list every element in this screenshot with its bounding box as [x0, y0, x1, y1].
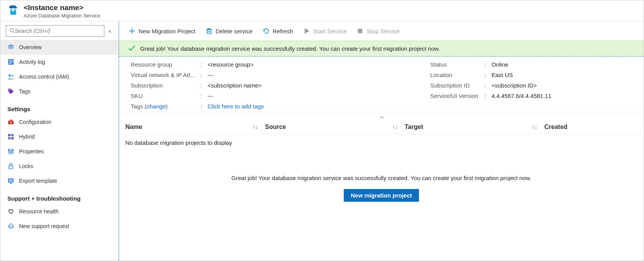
access-control-icon [7, 73, 14, 80]
search-input[interactable] [15, 28, 101, 34]
search-icon [9, 28, 15, 34]
sidebar-item-label: Tags [19, 88, 31, 94]
sidebar-item-label: Access control (IAM) [19, 74, 69, 80]
new-migration-project-cta-button[interactable]: New migration project [344, 189, 419, 202]
svg-rect-28 [10, 183, 12, 184]
sidebar-item-label: Activity log [19, 59, 45, 65]
prop-label-subscription: Subscription [131, 82, 201, 89]
sidebar-item-label: Properties [19, 148, 44, 155]
column-header-name[interactable]: Name [125, 124, 142, 130]
heart-icon [7, 208, 14, 215]
toolbar-label: Start Service [313, 28, 346, 34]
sidebar-item-activity-log[interactable]: Activity log [0, 55, 118, 69]
svg-rect-30 [8, 226, 9, 227]
svg-rect-24 [12, 149, 14, 151]
svg-rect-27 [9, 179, 13, 182]
prop-value-resource-group: <resource group> [208, 61, 253, 68]
toolbar: New Migration Project Delete service Ref… [119, 21, 644, 41]
search-box[interactable] [6, 25, 104, 37]
prop-label-version: Service/UI Version [430, 93, 485, 99]
toolbar-label: New Migration Project [138, 28, 196, 34]
add-tags-link[interactable]: Click here to add tags [208, 103, 264, 110]
prop-value-vnet: --- [208, 72, 213, 78]
sidebar-item-label: Hybrid [19, 134, 35, 140]
hybrid-icon [7, 133, 14, 140]
svg-rect-15 [8, 134, 10, 136]
tags-icon [7, 88, 14, 95]
sidebar-item-label: Overview [19, 44, 42, 50]
prop-value-sku: --- [208, 93, 213, 99]
prop-label-status: Status [430, 61, 485, 68]
svg-line-3 [13, 31, 15, 33]
sidebar-item-tags[interactable]: Tags [0, 84, 118, 99]
svg-rect-34 [207, 29, 211, 34]
tags-change-link[interactable]: change [147, 103, 166, 110]
sidebar-item-resource-health[interactable]: Resource health [0, 204, 118, 219]
prop-value-subscription: <subscription name> [208, 82, 261, 89]
overview-icon [7, 44, 14, 51]
svg-rect-25 [9, 166, 13, 169]
cta-block: Great job! Your database migration servi… [119, 151, 644, 202]
sort-icon[interactable]: ↑↓ [253, 124, 258, 130]
sort-icon[interactable]: ↑↓ [392, 124, 398, 130]
instance-subtitle: Azure Database Migration Service [24, 13, 100, 19]
svg-rect-6 [9, 60, 13, 61]
cta-text: Great job! Your database migration servi… [207, 175, 556, 181]
sidebar-item-label: New support request [19, 223, 69, 229]
prop-label-resource-group: Resource group [131, 61, 201, 68]
instance-title: <Instance name> [24, 3, 100, 12]
start-service-button: Start Service [302, 26, 347, 36]
sidebar-item-access-control[interactable]: Access control (IAM) [0, 69, 118, 84]
column-header-target[interactable]: Target [405, 124, 423, 130]
projects-table-header: Name ↑↓ Source ↑↓ Target ↑↓ Created [119, 120, 644, 134]
svg-rect-23 [10, 151, 12, 153]
svg-rect-31 [13, 226, 14, 227]
svg-rect-14 [10, 122, 11, 124]
prop-label-vnet: Virtual network & IP Ad… [131, 72, 201, 78]
page-header: <Instance name> Azure Database Migration… [0, 0, 644, 21]
support-icon [7, 223, 14, 230]
refresh-button[interactable]: Refresh [262, 26, 294, 36]
sidebar-item-overview[interactable]: Overview [0, 40, 118, 55]
svg-rect-13 [9, 120, 12, 121]
sort-icon[interactable]: ↑↓ [532, 124, 537, 130]
success-banner: Great job! Your database migration servi… [119, 41, 644, 57]
column-header-created[interactable]: Created [544, 124, 568, 130]
sidebar-item-export-template[interactable]: Export template [0, 173, 118, 188]
svg-rect-8 [9, 63, 12, 64]
sidebar-item-hybrid[interactable]: Hybrid [0, 129, 118, 144]
svg-point-2 [10, 28, 14, 32]
app-root: <Instance name> Azure Database Migration… [0, 0, 644, 261]
svg-point-9 [9, 74, 11, 77]
prop-label-location: Location [430, 72, 485, 78]
collapse-properties-button[interactable]: ︽ [119, 112, 644, 120]
prop-value-status: Online [492, 61, 508, 68]
svg-rect-7 [9, 62, 13, 63]
svg-point-10 [12, 75, 13, 77]
svg-rect-39 [358, 29, 362, 33]
properties-icon [7, 148, 14, 155]
banner-text: Great job! Your database migration servi… [140, 45, 440, 52]
header-titles: <Instance name> Azure Database Migration… [24, 3, 100, 19]
main-content: New Migration Project Delete service Ref… [119, 21, 644, 261]
svg-point-11 [9, 89, 10, 91]
lock-icon [7, 163, 14, 170]
svg-rect-22 [8, 150, 10, 151]
toolbar-label: Refresh [273, 28, 293, 34]
sidebar-item-locks[interactable]: Locks [0, 159, 118, 173]
svg-rect-17 [8, 137, 10, 139]
svg-marker-38 [305, 29, 309, 33]
sidebar-item-properties[interactable]: Properties [0, 144, 118, 159]
sidebar-item-new-support-request[interactable]: New support request [0, 219, 118, 234]
sidebar-collapse-button[interactable]: « [107, 26, 113, 36]
activity-log-icon [7, 58, 14, 65]
column-header-source[interactable]: Source [265, 124, 286, 130]
svg-rect-19 [9, 149, 9, 154]
sidebar-item-configuration[interactable]: Configuration [0, 115, 118, 129]
prop-value-version: 4.4.4567.6/4.4.4581.11 [492, 93, 551, 99]
prop-value-subscription-id: <subscription ID> [492, 82, 537, 89]
sidebar-item-label: Configuration [19, 119, 51, 125]
sidebar-section-support: Support + troubleshooting [0, 188, 118, 204]
delete-service-button[interactable]: Delete service [205, 26, 253, 36]
new-migration-project-button[interactable]: New Migration Project [128, 26, 196, 36]
